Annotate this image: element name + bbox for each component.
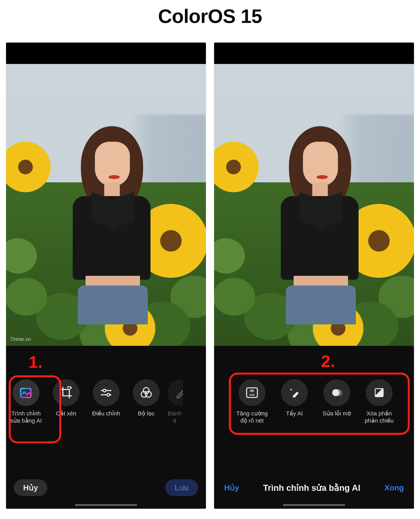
phone-screenshot-left: Tinhte.vn 1.	[6, 42, 206, 509]
tool-label: Bộ lọc	[138, 410, 155, 417]
screenshot-pair: Tinhte.vn 1.	[6, 42, 414, 509]
eraser-sparkle-icon	[281, 379, 308, 406]
tool-label: Tăng cường độ rõ nét	[232, 410, 271, 424]
split-square-icon	[366, 379, 393, 406]
watermark-text: Tinhte.vn	[10, 336, 31, 342]
page-title: ColorOS 15	[0, 5, 420, 27]
status-bar	[6, 43, 206, 64]
save-button[interactable]: Lưu	[165, 479, 198, 496]
ai-editor-footer-bar: Hủy Trình chỉnh sửa bằng AI Xong	[214, 476, 414, 499]
svg-text:4K: 4K	[250, 389, 255, 393]
editor-bottom-panel: 1.	[6, 346, 206, 509]
home-indicator[interactable]	[283, 504, 345, 506]
tool-label: Sửa lỗi mờ	[322, 410, 351, 417]
ai-sparkle-frame-icon	[13, 379, 39, 406]
sliders-icon	[93, 379, 120, 406]
tool-label: Cắt xén	[56, 410, 76, 417]
edited-photo-preview[interactable]	[214, 64, 414, 346]
tool-label: Điều chỉnh	[92, 410, 120, 417]
photo-subject-person	[70, 118, 154, 322]
cancel-button[interactable]: Hủy	[14, 479, 47, 496]
tool-remove-reflection[interactable]: Xóa phần phản chiếu	[358, 379, 400, 424]
done-button[interactable]: Xong	[384, 483, 404, 492]
tool-label: Xóa phần phản chiếu	[360, 410, 399, 424]
ai-editor-bottom-panel: 2. 4K UHD Tăng cường độ rõ nét	[214, 346, 414, 509]
photo-subject-person	[278, 118, 362, 322]
cancel-button[interactable]: Hủy	[224, 483, 239, 492]
tool-markup[interactable]: Đánh d	[166, 379, 183, 424]
tool-label: Trình chỉnh sửa bằng AI	[7, 410, 45, 424]
tool-ai-eraser[interactable]: Tẩy AI	[273, 379, 315, 417]
pencil-icon	[167, 379, 183, 406]
home-indicator[interactable]	[75, 504, 137, 506]
crop-icon	[53, 379, 80, 406]
tool-label: Tẩy AI	[286, 410, 303, 417]
tool-filter[interactable]: Bộ lọc	[126, 379, 166, 417]
edited-photo-preview[interactable]: Tinhte.vn	[6, 64, 206, 346]
annotation-step-number: 2.	[321, 352, 335, 371]
fourk-uhd-icon: 4K UHD	[239, 379, 265, 406]
tool-ai-editor[interactable]: Trình chỉnh sửa bằng AI	[6, 379, 46, 424]
tool-deblur[interactable]: Sửa lỗi mờ	[315, 379, 358, 417]
tool-crop[interactable]: Cắt xén	[46, 379, 86, 417]
phone-screenshot-right: 2. 4K UHD Tăng cường độ rõ nét	[214, 42, 414, 509]
svg-point-13	[336, 389, 343, 396]
svg-point-4	[107, 393, 110, 396]
svg-text:UHD: UHD	[249, 393, 255, 396]
blur-circle-icon	[323, 379, 350, 406]
editor-tools-scroller[interactable]: Trình chỉnh sửa bằng AI Cắt xén	[6, 379, 206, 434]
annotation-step-number: 1.	[29, 352, 43, 372]
filter-circles-icon	[133, 379, 160, 406]
ai-tools-row[interactable]: 4K UHD Tăng cường độ rõ nét Tẩy AI	[214, 379, 414, 434]
tool-label: Đánh d	[166, 410, 183, 424]
status-bar	[214, 43, 414, 64]
svg-point-2	[103, 389, 106, 392]
tool-adjust[interactable]: Điều chỉnh	[86, 379, 126, 417]
panel-title: Trình chỉnh sửa bằng AI	[239, 483, 384, 493]
editor-footer-bar: Hủy Lưu	[6, 476, 206, 499]
tool-sharpen[interactable]: 4K UHD Tăng cường độ rõ nét	[231, 379, 273, 424]
